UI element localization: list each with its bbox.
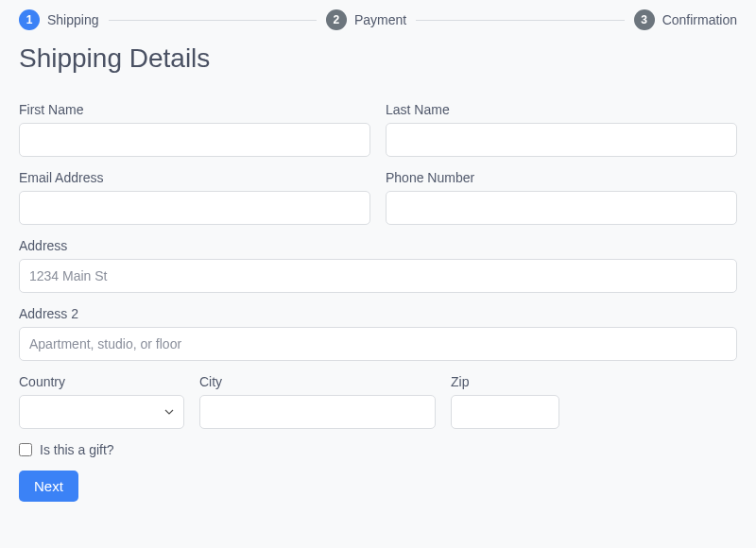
step-label-payment: Payment — [354, 12, 406, 27]
address2-label: Address 2 — [19, 306, 737, 321]
email-label: Email Address — [19, 170, 370, 185]
step-number-1: 1 — [19, 9, 40, 30]
step-label-confirmation: Confirmation — [662, 12, 737, 27]
country-label: Country — [19, 374, 184, 389]
phone-label: Phone Number — [386, 170, 737, 185]
city-input[interactable] — [199, 395, 436, 429]
gift-label[interactable]: Is this a gift? — [40, 442, 114, 457]
gift-checkbox[interactable] — [19, 443, 32, 456]
step-number-3: 3 — [634, 9, 655, 30]
address-input[interactable] — [19, 259, 737, 293]
stepper: 1 Shipping 2 Payment 3 Confirmation — [19, 9, 737, 30]
city-label: City — [199, 374, 436, 389]
first-name-label: First Name — [19, 102, 370, 117]
last-name-input[interactable] — [386, 123, 737, 157]
country-select[interactable] — [19, 395, 184, 429]
first-name-input[interactable] — [19, 123, 370, 157]
step-shipping[interactable]: 1 Shipping — [19, 9, 99, 30]
step-payment[interactable]: 2 Payment — [326, 9, 406, 30]
step-connector — [109, 20, 317, 21]
zip-input[interactable] — [451, 395, 559, 429]
step-connector — [416, 20, 624, 21]
email-input[interactable] — [19, 191, 370, 225]
next-button[interactable]: Next — [19, 471, 78, 502]
step-confirmation[interactable]: 3 Confirmation — [634, 9, 737, 30]
phone-input[interactable] — [386, 191, 737, 225]
page-title: Shipping Details — [19, 43, 737, 74]
step-number-2: 2 — [326, 9, 347, 30]
zip-label: Zip — [451, 374, 559, 389]
step-label-shipping: Shipping — [47, 12, 99, 27]
last-name-label: Last Name — [386, 102, 737, 117]
address2-input[interactable] — [19, 327, 737, 361]
address-label: Address — [19, 238, 737, 253]
